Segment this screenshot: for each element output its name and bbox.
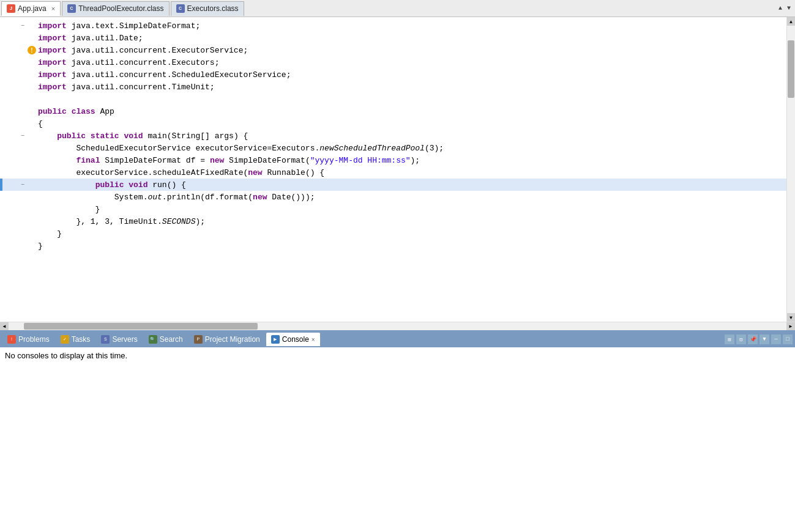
code-line-11: ScheduledExecutorService executorService…: [0, 142, 786, 154]
scroll-down-btn[interactable]: ▼: [785, 5, 793, 12]
tab-label-threadpool: ThreadPoolExecutor.class: [78, 4, 163, 13]
tab-search[interactable]: 🔍 Search: [144, 333, 188, 346]
console-icon: ▶: [271, 335, 280, 344]
servers-icon: S: [101, 335, 110, 344]
code-line-12: final SimpleDateFormat df = new SimpleDa…: [0, 154, 786, 166]
line-code-2: import java.util.Date;: [37, 34, 786, 43]
line-code-8: public class App: [37, 107, 786, 116]
code-line-18: }: [0, 227, 786, 240]
tab-label-search: Search: [160, 335, 183, 344]
console-output: No consoles to display at this time.: [0, 347, 795, 532]
code-line-5: import java.util.concurrent.ScheduledExe…: [0, 68, 786, 81]
scroll-up-btn[interactable]: ▲: [777, 5, 784, 12]
scroll-track-h[interactable]: [9, 322, 786, 330]
code-editor[interactable]: − import java.text.SimpleDateFormat; imp…: [0, 17, 786, 322]
scroll-thumb-h[interactable]: [24, 323, 257, 330]
tab-tasks[interactable]: ✓ Tasks: [56, 333, 95, 346]
code-line-2: import java.util.Date;: [0, 32, 786, 44]
editor-area: − import java.text.SimpleDateFormat; imp…: [0, 17, 795, 322]
code-line-17: }, 1, 3, TimeUnit.SECONDS);: [0, 215, 786, 227]
fold-1[interactable]: −: [18, 23, 27, 29]
open-console-btn[interactable]: ⊡: [736, 334, 746, 344]
code-line-6: import java.util.concurrent.TimeUnit;: [0, 81, 786, 93]
scroll-track-v[interactable]: [787, 26, 795, 313]
fold-10[interactable]: −: [18, 133, 27, 139]
scroll-thumb-v[interactable]: [788, 40, 794, 98]
tab-project-migration[interactable]: P Project Migration: [189, 333, 265, 346]
pin-console-btn[interactable]: 📌: [748, 334, 758, 344]
line-code-4: import java.util.concurrent.Executors;: [37, 58, 786, 67]
tab-label-servers: Servers: [112, 335, 137, 344]
tab-executors[interactable]: C Executors.class: [171, 1, 244, 16]
window-controls: ▲ ▼: [777, 5, 795, 12]
tab-console[interactable]: ▶ Console ×: [266, 333, 320, 346]
tab-close-console[interactable]: ×: [312, 336, 315, 343]
code-line-10: − public static void main(String[] args)…: [0, 130, 786, 142]
line-code-19: }: [37, 242, 786, 251]
line-code-18: }: [37, 229, 786, 238]
bottom-panel-toolbar: ⊞ ⊡ 📌 ▼ — □: [725, 334, 793, 344]
tasks-icon: ✓: [61, 335, 69, 344]
tab-app-java[interactable]: J App.java ×: [1, 1, 61, 16]
line-code-11: ScheduledExecutorService executorService…: [37, 144, 786, 153]
code-line-4: import java.util.concurrent.Executors;: [0, 56, 786, 68]
maximize-panel-btn[interactable]: □: [783, 334, 793, 344]
code-line-8: public class App: [0, 105, 786, 117]
line-code-12: final SimpleDateFormat df = new SimpleDa…: [37, 156, 786, 165]
search-icon: 🔍: [149, 335, 157, 344]
line-code-3: import java.util.concurrent.ExecutorServ…: [37, 46, 786, 55]
class-file-icon-2: C: [176, 4, 185, 13]
tab-label-executors: Executors.class: [187, 4, 239, 13]
code-line-16: }: [0, 203, 786, 215]
line-code-9: {: [37, 119, 786, 128]
class-file-icon-1: C: [67, 4, 76, 13]
minimize-panel-btn[interactable]: —: [771, 334, 781, 344]
java-file-icon: J: [7, 4, 15, 13]
vertical-scrollbar[interactable]: ▲ ▼: [786, 17, 795, 322]
line-code-5: import java.util.concurrent.ScheduledExe…: [37, 70, 786, 79]
code-line-1: − import java.text.SimpleDateFormat;: [0, 20, 786, 32]
warn-3: [27, 46, 37, 54]
code-content: − import java.text.SimpleDateFormat; imp…: [0, 17, 786, 254]
code-line-3: import java.util.concurrent.ExecutorServ…: [0, 44, 786, 56]
code-line-15: System.out.println(df.format(new Date())…: [0, 191, 786, 203]
dropdown-console-btn[interactable]: ▼: [760, 334, 769, 344]
line-code-15: System.out.println(df.format(new Date())…: [37, 193, 786, 202]
code-line-19: }: [0, 240, 786, 252]
scroll-right-btn[interactable]: ▶: [786, 322, 795, 331]
scroll-down-btn[interactable]: ▼: [787, 313, 796, 322]
line-code-7: [37, 95, 786, 104]
editor-tabs: J App.java × C ThreadPoolExecutor.class …: [0, 0, 795, 17]
line-code-17: }, 1, 3, TimeUnit.SECONDS);: [37, 217, 786, 226]
tab-servers[interactable]: S Servers: [96, 333, 142, 346]
code-line-9: {: [0, 117, 786, 130]
tab-label-console: Console: [282, 335, 309, 344]
line-code-6: import java.util.concurrent.TimeUnit;: [37, 83, 786, 92]
line-code-14: public void run() {: [37, 180, 786, 190]
code-line-7: [0, 93, 786, 105]
new-console-btn[interactable]: ⊞: [725, 334, 734, 344]
bottom-panel-tabs: ! Problems ✓ Tasks S Servers 🔍 Search P …: [0, 331, 795, 347]
code-line-13: executorService.scheduleAtFixedRate(new …: [0, 166, 786, 179]
tab-label-project-migration: Project Migration: [205, 335, 260, 344]
migrate-icon: P: [194, 335, 203, 344]
tab-problems[interactable]: ! Problems: [2, 333, 54, 346]
fold-14[interactable]: −: [18, 182, 27, 188]
tab-close-app-java[interactable]: ×: [51, 5, 55, 12]
tab-label-tasks: Tasks: [72, 335, 91, 344]
horizontal-scrollbar[interactable]: ◀ ▶: [0, 322, 795, 330]
console-message: No consoles to display at this time.: [5, 351, 127, 360]
line-code-1: import java.text.SimpleDateFormat;: [37, 21, 786, 31]
scroll-left-btn[interactable]: ◀: [0, 322, 9, 331]
line-code-10: public static void main(String[] args) {: [37, 131, 786, 141]
line-code-13: executorService.scheduleAtFixedRate(new …: [37, 168, 786, 177]
blue-bar-indicator: [0, 179, 2, 191]
bottom-panel: ! Problems ✓ Tasks S Servers 🔍 Search P …: [0, 330, 795, 532]
tab-label-app-java: App.java: [18, 4, 47, 13]
tab-label-problems: Problems: [18, 335, 50, 344]
line-code-16: }: [37, 205, 786, 214]
scroll-up-btn[interactable]: ▲: [787, 17, 796, 26]
problems-icon: !: [7, 335, 16, 344]
tab-threadpoolexecutor[interactable]: C ThreadPoolExecutor.class: [62, 1, 169, 16]
code-line-14: − public void run() {: [0, 179, 786, 191]
